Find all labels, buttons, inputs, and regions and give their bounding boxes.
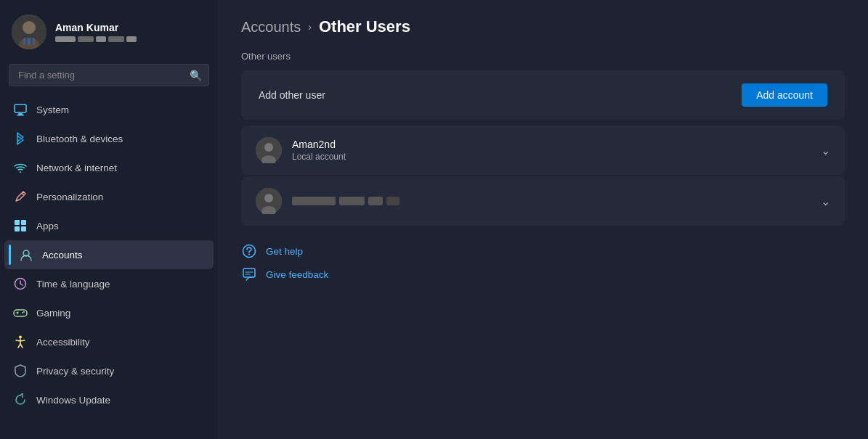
- user-card-avatar: [256, 137, 282, 163]
- svg-rect-10: [15, 220, 20, 225]
- sidebar-item-label-apps: Apps: [36, 221, 59, 231]
- bluetooth-icon: [13, 131, 28, 146]
- svg-rect-13: [21, 226, 26, 231]
- sidebar-item-label-bluetooth: Bluetooth & devices: [36, 134, 123, 144]
- svg-point-9: [20, 171, 21, 173]
- accounts-icon: [19, 247, 33, 262]
- time-icon: [13, 276, 28, 291]
- user-info: Aman Kumar: [55, 22, 137, 42]
- network-icon: [13, 160, 28, 175]
- breadcrumb-arrow: ›: [308, 21, 312, 33]
- blur-block-3: [368, 197, 383, 205]
- user-list: Aman2nd Local account ⌄: [241, 126, 845, 226]
- user-profile: Aman Kumar: [0, 0, 218, 61]
- svg-rect-3: [23, 38, 35, 45]
- get-help-link[interactable]: Get help: [241, 243, 845, 259]
- sidebar-item-privacy[interactable]: Privacy & security: [4, 356, 214, 385]
- blur-block-4: [386, 197, 399, 205]
- svg-rect-6: [15, 104, 26, 112]
- user-card-name-blurred: [292, 197, 399, 205]
- user-name: Aman Kumar: [55, 22, 137, 33]
- svg-point-17: [22, 312, 23, 313]
- svg-point-21: [264, 143, 273, 152]
- give-feedback-label: Give feedback: [266, 269, 328, 280]
- svg-rect-28: [243, 268, 255, 277]
- sidebar-item-label-update: Windows Update: [36, 395, 110, 406]
- gaming-icon: [13, 305, 28, 320]
- get-help-label: Get help: [266, 246, 303, 257]
- help-links: Get help Give feedback: [241, 243, 845, 282]
- sidebar-item-label-privacy: Privacy & security: [36, 366, 114, 377]
- sidebar-item-label-time: Time & language: [36, 279, 110, 290]
- give-feedback-link[interactable]: Give feedback: [241, 266, 845, 282]
- breadcrumb-current: Other Users: [319, 17, 410, 36]
- sidebar-item-accessibility[interactable]: Accessibility: [4, 327, 214, 356]
- accessibility-icon: [13, 335, 28, 349]
- search-input[interactable]: [9, 64, 209, 86]
- sidebar-item-gaming[interactable]: Gaming: [4, 298, 214, 327]
- avatar: [12, 15, 46, 49]
- personalization-icon: [13, 189, 28, 204]
- chevron-down-icon-2: ⌄: [821, 194, 830, 208]
- user-card-info-blurred: [292, 197, 399, 205]
- sidebar-item-label-system: System: [36, 104, 69, 115]
- add-account-button[interactable]: Add account: [742, 83, 827, 107]
- apps-icon: [13, 218, 28, 233]
- sidebar-item-network[interactable]: Network & internet: [4, 153, 214, 182]
- search-icon: 🔍: [190, 70, 202, 81]
- blur-block-1: [292, 197, 336, 205]
- sidebar-item-accounts[interactable]: Accounts: [4, 240, 214, 269]
- sidebar-item-label-accessibility: Accessibility: [36, 337, 90, 348]
- sidebar-item-bluetooth[interactable]: Bluetooth & devices: [4, 124, 214, 153]
- system-icon: [13, 102, 28, 117]
- sidebar-item-system[interactable]: System: [4, 95, 214, 124]
- svg-rect-12: [15, 226, 20, 231]
- svg-point-24: [264, 194, 273, 202]
- svg-point-27: [248, 254, 250, 255]
- sidebar-item-time[interactable]: Time & language: [4, 269, 214, 298]
- svg-point-18: [23, 311, 25, 313]
- svg-rect-11: [21, 220, 26, 225]
- user-card-blurred[interactable]: ⌄: [241, 176, 845, 226]
- sidebar-item-label-accounts: Accounts: [42, 250, 83, 260]
- breadcrumb: Accounts › Other Users: [241, 17, 845, 36]
- sidebar-item-apps[interactable]: Apps: [4, 211, 214, 240]
- user-card-left-blurred: [256, 188, 399, 214]
- get-help-icon: [241, 243, 257, 259]
- active-indicator: [9, 245, 11, 265]
- privacy-icon: [13, 364, 28, 378]
- svg-rect-5: [31, 38, 33, 45]
- svg-rect-16: [14, 310, 27, 316]
- svg-rect-7: [18, 113, 23, 115]
- breadcrumb-parent[interactable]: Accounts: [241, 19, 301, 36]
- svg-rect-4: [25, 38, 28, 45]
- sidebar-item-label-gaming: Gaming: [36, 308, 70, 319]
- update-icon: [13, 393, 28, 407]
- user-card-aman2nd[interactable]: Aman2nd Local account ⌄: [241, 126, 845, 175]
- section-label: Other users: [241, 51, 845, 62]
- sidebar-item-label-network: Network & internet: [36, 163, 117, 173]
- main-content: Accounts › Other Users Other users Add o…: [218, 0, 868, 439]
- svg-point-19: [19, 336, 22, 339]
- svg-rect-8: [17, 115, 24, 116]
- svg-point-1: [23, 21, 36, 34]
- user-card-name: Aman2nd: [292, 139, 346, 150]
- chevron-down-icon: ⌄: [821, 144, 830, 157]
- sidebar: Aman Kumar 🔍 System: [0, 0, 218, 439]
- search-box[interactable]: 🔍: [9, 64, 209, 86]
- user-card-info: Aman2nd Local account: [292, 139, 346, 162]
- user-card-avatar-blurred: [256, 188, 282, 214]
- user-card-sub: Local account: [292, 152, 346, 162]
- sidebar-item-personalization[interactable]: Personalization: [4, 182, 214, 211]
- blur-block-2: [339, 197, 365, 205]
- nav-items: System Bluetooth & devices Network &: [0, 95, 218, 432]
- sidebar-item-label-personalization: Personalization: [36, 192, 103, 202]
- user-card-left: Aman2nd Local account: [256, 137, 346, 163]
- give-feedback-icon: [241, 266, 257, 282]
- user-status-bars: [55, 36, 137, 42]
- sidebar-item-update[interactable]: Windows Update: [4, 385, 214, 414]
- add-user-label: Add other user: [259, 89, 325, 101]
- add-user-card: Add other user Add account: [241, 70, 845, 120]
